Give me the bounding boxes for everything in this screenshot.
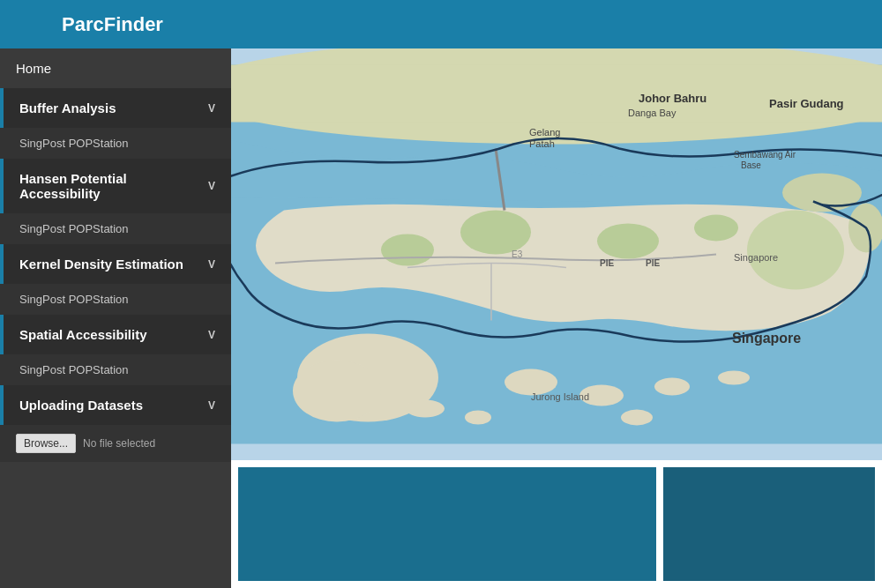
map-svg: Johor Bahru Danga Bay Pasir Gudang Tanju… <box>231 48 882 460</box>
svg-text:Base: Base <box>741 160 761 170</box>
browse-button[interactable]: Browse... <box>16 434 76 453</box>
sidebar-sub-hansen-popstation[interactable]: SingPost POPStation <box>0 213 231 244</box>
bottom-panel-left <box>238 467 656 581</box>
app-title: ParcFinder <box>62 13 163 36</box>
sidebar-item-home[interactable]: Home <box>0 48 231 88</box>
app-header: ParcFinder <box>0 0 882 48</box>
upload-row: Browse... No file selected <box>0 425 231 462</box>
svg-text:Danga Bay: Danga Bay <box>628 108 676 118</box>
sidebar-section-hansen[interactable]: Hansen Potential Accessibility V <box>0 159 231 213</box>
sidebar-section-upload[interactable]: Uploading Datasets V <box>0 385 231 425</box>
svg-point-6 <box>597 224 659 259</box>
svg-text:Johor Bahru: Johor Bahru <box>639 92 706 105</box>
svg-text:Jurong Island: Jurong Island <box>531 391 589 402</box>
svg-text:Gelang: Gelang <box>529 127 560 138</box>
no-file-label: No file selected <box>83 437 155 450</box>
svg-text:PIE: PIE <box>646 258 660 268</box>
svg-point-9 <box>293 361 381 422</box>
svg-point-12 <box>654 378 690 396</box>
svg-point-16 <box>621 410 653 426</box>
sidebar-sub-spatial-popstation[interactable]: SingPost POPStation <box>0 354 231 385</box>
svg-point-7 <box>747 211 844 290</box>
map-container[interactable]: Johor Bahru Danga Bay Pasir Gudang Tanju… <box>231 48 882 460</box>
svg-text:Singapore: Singapore <box>732 331 801 346</box>
sidebar: Home Buffer Analysis V SingPost POPStati… <box>0 48 231 588</box>
sidebar-section-kde[interactable]: Kernel Density Estimation V <box>0 244 231 284</box>
svg-text:E3: E3 <box>512 249 523 259</box>
sidebar-section-spatial[interactable]: Spatial Accessibility V <box>0 315 231 354</box>
chevron-icon: V <box>208 399 215 412</box>
svg-point-5 <box>694 215 738 242</box>
sidebar-sub-kde-popstation[interactable]: SingPost POPStation <box>0 284 231 315</box>
svg-text:Singapore: Singapore <box>734 252 778 263</box>
svg-point-3 <box>460 211 531 255</box>
svg-point-17 <box>782 174 862 212</box>
svg-text:Pasir Gudang: Pasir Gudang <box>769 97 844 110</box>
svg-point-4 <box>381 234 434 266</box>
svg-text:Patah: Patah <box>529 138 555 149</box>
chevron-icon: V <box>208 329 215 341</box>
chevron-icon: V <box>208 258 215 271</box>
body-layout: Home Buffer Analysis V SingPost POPStati… <box>0 48 882 588</box>
chevron-icon: V <box>208 180 215 192</box>
svg-point-13 <box>718 371 750 385</box>
bottom-panels <box>231 460 882 588</box>
svg-text:Sembawang Air: Sembawang Air <box>734 150 796 160</box>
svg-point-15 <box>465 411 491 425</box>
sidebar-sub-buffer-popstation[interactable]: SingPost POPStation <box>0 128 231 159</box>
svg-text:PIE: PIE <box>600 258 614 268</box>
chevron-icon: V <box>208 102 215 115</box>
sidebar-section-buffer-analysis[interactable]: Buffer Analysis V <box>0 88 231 128</box>
main-content: Johor Bahru Danga Bay Pasir Gudang Tanju… <box>231 48 882 588</box>
svg-point-14 <box>406 400 445 418</box>
bottom-panel-right <box>663 467 875 581</box>
svg-rect-2 <box>231 65 882 123</box>
